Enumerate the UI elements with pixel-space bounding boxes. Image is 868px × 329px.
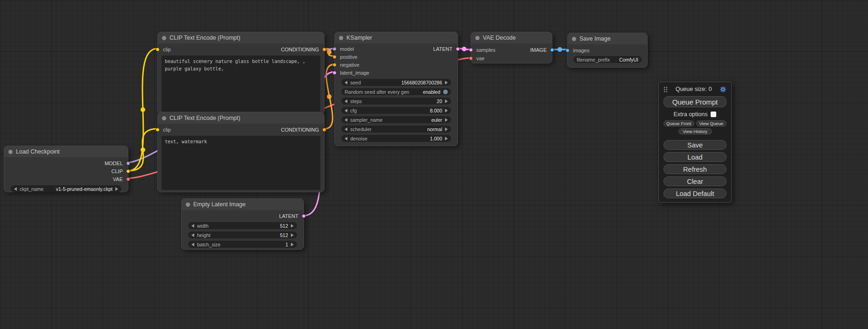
increment-arrow-icon[interactable] [445, 99, 448, 103]
widget-label: filename_prefix [577, 57, 610, 63]
increment-arrow-icon[interactable] [291, 243, 294, 246]
output-port-vae[interactable] [126, 177, 130, 181]
node-title-bar[interactable]: Save Image [568, 33, 647, 44]
output-port-conditioning[interactable] [322, 127, 326, 132]
widget-steps[interactable]: steps 20 [341, 98, 451, 105]
extra-options-row: Extra options [663, 111, 727, 118]
node-graph-canvas[interactable]: Load Checkpoint MODEL CLIP VAE ckpt_name… [0, 0, 868, 329]
widget-batch-size[interactable]: batch_size 1 [188, 241, 297, 248]
node-empty-latent-image[interactable]: Empty Latent Image LATENT width 512 heig… [181, 198, 304, 250]
input-port-clip[interactable] [155, 127, 160, 132]
node-clip-text-encode-positive[interactable]: CLIP Text Encode (Prompt) clip CONDITION… [157, 32, 325, 115]
decrement-arrow-icon[interactable] [345, 99, 347, 103]
input-label: latent_image [340, 70, 369, 76]
node-save-image[interactable]: Save Image images filename_prefix ComfyU… [567, 33, 648, 68]
decrement-arrow-icon[interactable] [345, 81, 347, 84]
clear-button[interactable]: Clear [663, 176, 727, 186]
widget-filename-prefix[interactable]: filename_prefix ComfyUI [573, 56, 642, 63]
node-title-bar[interactable]: CLIP Text Encode (Prompt) [158, 32, 324, 43]
extra-options-checkbox[interactable] [711, 112, 716, 117]
decrement-arrow-icon[interactable] [345, 109, 347, 112]
output-port-latent[interactable] [302, 214, 306, 218]
input-port-images[interactable] [565, 48, 570, 52]
node-ksampler[interactable]: KSampler model LATENT positive negative … [334, 32, 458, 146]
node-title-bar[interactable]: KSampler [335, 32, 458, 43]
toggle-icon[interactable] [443, 90, 448, 94]
queue-size-label: Queue size: 0 [668, 86, 720, 92]
increment-arrow-icon[interactable] [445, 81, 448, 84]
widget-ckpt-name[interactable]: ckpt_name v1-5-pruned-emaonly.ckpt [11, 185, 121, 192]
widget-label: cfg [350, 108, 357, 113]
input-port-model[interactable] [332, 47, 337, 51]
settings-gear-icon[interactable] [720, 86, 727, 93]
widget-random-seed[interactable]: Random seed after every gen enabled [341, 88, 451, 95]
node-title-bar[interactable]: CLIP Text Encode (Prompt) [158, 112, 324, 124]
input-port-samples[interactable] [469, 48, 473, 52]
decrement-arrow-icon[interactable] [191, 224, 194, 228]
queue-front-button[interactable]: Queue Front [663, 120, 694, 126]
input-port-vae[interactable] [469, 56, 473, 61]
output-port-latent[interactable] [456, 47, 460, 51]
input-port-negative[interactable] [332, 63, 337, 67]
slot-row: clip CONDITIONING [158, 126, 324, 133]
widget-value: v1-5-pruned-emaonly.ckpt [56, 186, 113, 192]
collapse-dot-icon[interactable] [162, 116, 166, 120]
collapse-dot-icon[interactable] [475, 36, 480, 40]
queue-panel-header: Queue size: 0 [663, 85, 727, 93]
increment-arrow-icon[interactable] [445, 127, 448, 131]
widget-denoise[interactable]: denoise 1.000 [341, 135, 451, 142]
slot-row-samples: samples IMAGE [471, 46, 552, 54]
output-label: CONDITIONING [281, 127, 319, 133]
widget-width[interactable]: width 512 [188, 222, 297, 229]
node-title-bar[interactable]: Load Checkpoint [4, 146, 128, 157]
load-button[interactable]: Load [663, 152, 727, 162]
node-load-checkpoint[interactable]: Load Checkpoint MODEL CLIP VAE ckpt_name… [4, 146, 128, 192]
output-port-model[interactable] [126, 161, 130, 165]
increment-arrow-icon[interactable] [445, 109, 448, 112]
decrement-arrow-icon[interactable] [191, 243, 194, 246]
collapse-dot-icon[interactable] [339, 36, 343, 40]
collapse-dot-icon[interactable] [162, 36, 166, 40]
view-queue-button[interactable]: View Queue [696, 120, 727, 126]
prompt-textarea[interactable]: text, watermark [162, 136, 320, 190]
node-title-bar[interactable]: Empty Latent Image [182, 199, 303, 210]
node-vae-decode[interactable]: VAE Decode samples IMAGE vae [471, 32, 552, 63]
prompt-textarea[interactable]: beautiful scenery nature glass bottle la… [162, 56, 320, 112]
output-port-conditioning[interactable] [322, 47, 326, 51]
widget-scheduler[interactable]: scheduler normal [341, 126, 451, 133]
save-button[interactable]: Save [663, 140, 727, 150]
input-port-positive[interactable] [332, 55, 337, 59]
decrement-arrow-icon[interactable] [191, 233, 194, 237]
increment-arrow-icon[interactable] [291, 224, 294, 228]
collapse-dot-icon[interactable] [8, 150, 13, 154]
widget-height[interactable]: height 512 [188, 231, 297, 238]
increment-arrow-icon[interactable] [115, 187, 118, 191]
decrement-arrow-icon[interactable] [345, 127, 347, 131]
widget-seed[interactable]: seed 156680208700286 [341, 79, 451, 86]
output-port-image[interactable] [550, 48, 554, 52]
increment-arrow-icon[interactable] [445, 137, 448, 140]
increment-arrow-icon[interactable] [291, 233, 294, 237]
widget-value: 1 [285, 242, 288, 247]
decrement-arrow-icon[interactable] [14, 187, 17, 191]
decrement-arrow-icon[interactable] [345, 137, 347, 140]
drag-handle-icon[interactable] [663, 86, 668, 92]
widget-cfg[interactable]: cfg 8.000 [341, 107, 451, 114]
input-port-clip[interactable] [155, 47, 160, 51]
node-title-bar[interactable]: VAE Decode [471, 32, 552, 43]
collapse-dot-icon[interactable] [572, 37, 576, 41]
increment-arrow-icon[interactable] [445, 118, 448, 122]
view-history-button[interactable]: View History [678, 128, 712, 134]
collapse-dot-icon[interactable] [186, 203, 190, 207]
node-clip-text-encode-negative[interactable]: CLIP Text Encode (Prompt) clip CONDITION… [157, 112, 325, 192]
input-label: clip [163, 127, 171, 133]
output-port-clip[interactable] [126, 169, 130, 173]
refresh-button[interactable]: Refresh [663, 164, 727, 174]
widget-sampler-name[interactable]: sampler_name euler [341, 116, 451, 123]
load-default-button[interactable]: Load Default [663, 189, 727, 198]
widget-label: sampler_name [350, 117, 382, 123]
queue-prompt-button[interactable]: Queue Prompt [663, 96, 727, 107]
decrement-arrow-icon[interactable] [345, 118, 347, 122]
slot-row-model: model LATENT [335, 45, 458, 53]
input-port-latent-image[interactable] [332, 70, 337, 75]
